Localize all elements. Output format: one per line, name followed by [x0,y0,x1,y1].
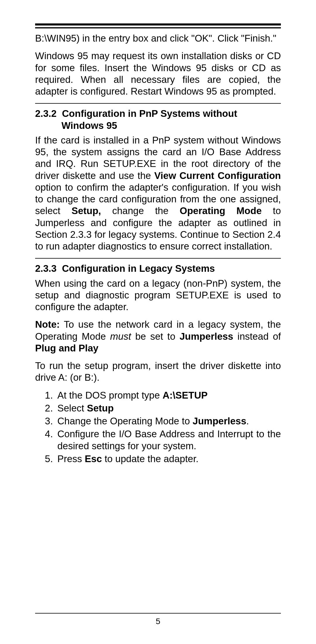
paragraph-win95-disks: Windows 95 may request its own installat… [35,50,281,97]
list-item: Press Esc to update the adapter. [56,453,281,465]
text: Change the Operating Mode to [57,416,193,426]
paragraph-233-intro: When using the card on a legacy (non-PnP… [35,278,281,313]
heading-232: 2.3.2 Configuration in PnP Systems witho… [35,108,281,131]
list-item: Change the Operating Mode to Jumperless. [56,415,281,427]
text: change the [101,205,180,216]
heading-232-title-line2: Windows 95 [61,120,281,131]
bold-operating-mode: Operating Mode [180,205,262,216]
italic-must: must [110,331,131,342]
list-item: Configure the I/O Base Address and Inter… [56,428,281,452]
text: be set to [131,331,180,342]
divider-1 [35,103,281,104]
heading-232-num: 2.3.2 [35,108,56,119]
bold-setup: Setup [87,403,114,414]
divider-2 [35,258,281,259]
text: instead of [233,331,281,342]
paragraph-232-body: If the card is installed in a PnP system… [35,134,281,252]
bold-esc: Esc [85,453,102,464]
bold-plug-and-play: Plug and Play [35,343,98,353]
list-item: At the DOS prompt type A:\SETUP [56,390,281,401]
top-rule-2 [35,27,281,28]
page-number: 5 [35,616,281,626]
paragraph-233-note: Note: To use the network card in a legac… [35,319,281,354]
heading-233-num: 2.3.3 [35,263,56,274]
top-rule-1 [35,23,281,25]
paragraph-continuation: B:\WIN95) in the entry box and click "OK… [35,33,281,44]
heading-233-title: Configuration in Legacy Systems [62,263,215,274]
page: B:\WIN95) in the entry box and click "OK… [0,0,316,644]
bold-view-current: View Current Configuration [154,170,281,181]
text: to update the adapter. [102,453,198,464]
list-item: Select Setup [56,402,281,414]
heading-233: 2.3.3 Configuration in Legacy Systems [35,263,281,274]
text: . [246,416,249,426]
text: Select [57,403,87,414]
steps-list: At the DOS prompt type A:\SETUP Select S… [35,390,281,465]
footer-rule [35,613,281,614]
paragraph-233-run: To run the setup program, insert the dri… [35,360,281,384]
footer: 5 [35,613,281,626]
bold-jumperless: Jumperless [193,416,246,426]
bold-setup: Setup, [71,205,101,216]
heading-232-title-line1: Configuration in PnP Systems without [62,108,237,119]
text: At the DOS prompt type [57,390,163,401]
bold-note: Note: [35,319,60,330]
text: Press [57,453,85,464]
bold-asetup: A:\SETUP [163,390,208,401]
bold-jumperless: Jumperless [180,331,233,342]
